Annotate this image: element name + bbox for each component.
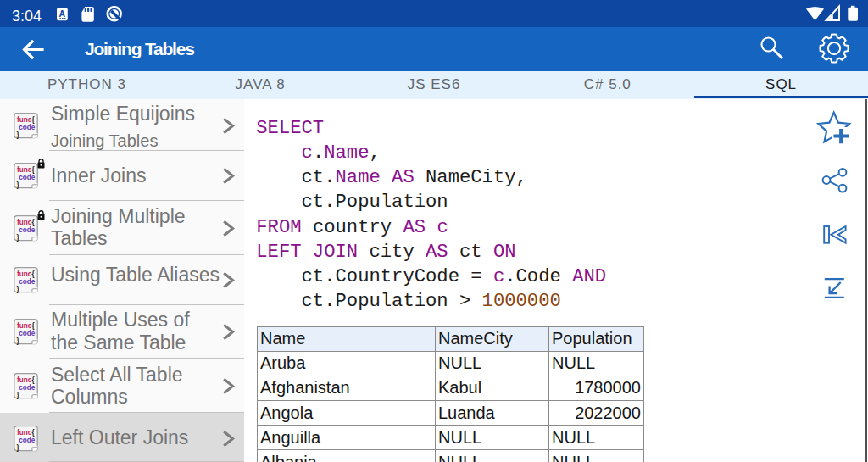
svg-text:func{: func{ [17,322,35,330]
svg-text:code: code [19,124,36,131]
svg-text:code: code [19,437,36,444]
svg-text:code: code [19,226,36,234]
svg-text:func{: func{ [17,116,35,124]
svg-text:func{: func{ [17,429,35,437]
svg-text:code: code [19,384,36,392]
svg-text:func{: func{ [17,166,35,174]
svg-text:func{: func{ [17,219,35,226]
svg-text:A: A [58,8,65,19]
svg-text:code: code [19,331,36,338]
svg-text:code: code [19,175,36,182]
svg-text:code: code [19,279,36,287]
svg-text:func{: func{ [17,376,35,384]
svg-text:func{: func{ [17,270,35,278]
